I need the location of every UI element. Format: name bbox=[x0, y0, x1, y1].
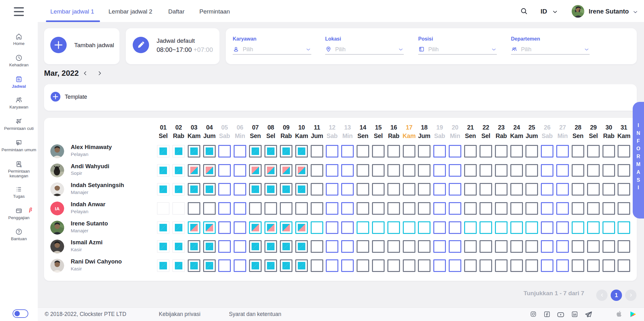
svg-text:$: $ bbox=[20, 165, 22, 168]
svg-text:IA: IA bbox=[55, 206, 60, 211]
